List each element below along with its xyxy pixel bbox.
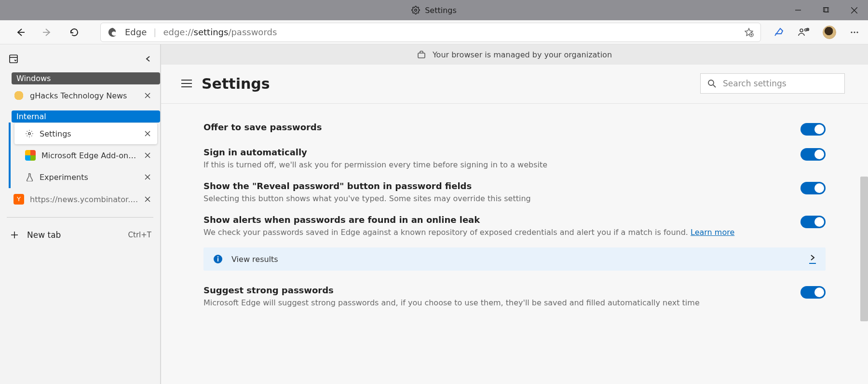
info-icon bbox=[213, 254, 223, 264]
managed-banner: Your browser is managed by your organiza… bbox=[161, 44, 868, 65]
svg-point-16 bbox=[851, 31, 852, 33]
chevron-right-icon bbox=[809, 254, 816, 264]
svg-point-17 bbox=[854, 31, 855, 33]
settings-page: Your browser is managed by your organiza… bbox=[161, 44, 868, 384]
tab-ycombinator[interactable]: Y https://news.ycombinator.com/lo bbox=[3, 189, 157, 210]
svg-point-38 bbox=[708, 80, 714, 85]
tab-settings[interactable]: Settings bbox=[14, 123, 157, 144]
briefcase-icon bbox=[417, 50, 426, 59]
tab-label: Microsoft Edge Add-ons - T… bbox=[41, 151, 139, 160]
svg-point-42 bbox=[217, 256, 219, 258]
tab-group-internal[interactable]: Internal bbox=[12, 110, 160, 123]
close-icon[interactable] bbox=[145, 196, 150, 202]
new-tab-label: New tab bbox=[27, 230, 61, 240]
people-icon[interactable] bbox=[798, 27, 809, 38]
view-results-card[interactable]: View results bbox=[203, 247, 826, 271]
learn-more-link[interactable]: Learn more bbox=[691, 228, 734, 237]
tab-ghacks[interactable]: gHacks Technology News bbox=[3, 85, 157, 106]
svg-rect-41 bbox=[217, 258, 218, 261]
divider bbox=[7, 217, 153, 218]
setting-suggest-strong: Suggest strong passwords Microsoft Edge … bbox=[203, 279, 826, 313]
setting-reveal-password: Show the "Reveal password" button in pas… bbox=[203, 175, 826, 209]
svg-point-11 bbox=[800, 29, 803, 32]
setting-signin-auto: Sign in automatically If this is turned … bbox=[203, 141, 826, 175]
forward-button[interactable] bbox=[36, 23, 59, 42]
settings-content: Offer to save passwords Sign in automati… bbox=[161, 104, 868, 384]
tab-label: gHacks Technology News bbox=[30, 91, 139, 100]
favorite-icon[interactable] bbox=[744, 27, 754, 37]
setting-label: Sign in automatically bbox=[203, 147, 800, 157]
close-icon[interactable] bbox=[145, 131, 150, 137]
gear-icon bbox=[411, 6, 420, 14]
setting-offer-save: Offer to save passwords bbox=[203, 116, 826, 141]
setting-description: Microsoft Edge will suggest strong passw… bbox=[203, 298, 800, 307]
tab-addons[interactable]: Microsoft Edge Add-ons - T… bbox=[14, 145, 157, 166]
microsoft-favicon bbox=[25, 150, 36, 161]
more-icon[interactable] bbox=[850, 27, 859, 37]
flask-icon bbox=[25, 173, 34, 181]
window-titlebar: Settings bbox=[0, 0, 868, 20]
collapse-pane-button[interactable] bbox=[145, 55, 151, 62]
close-icon[interactable] bbox=[145, 174, 150, 180]
toggle-suggest-strong[interactable] bbox=[800, 286, 826, 299]
address-url: edge://settings/passwords bbox=[163, 27, 277, 37]
setting-label: Offer to save passwords bbox=[203, 122, 800, 132]
new-tab-shortcut: Ctrl+T bbox=[128, 231, 151, 239]
svg-rect-19 bbox=[10, 55, 17, 63]
address-bar[interactable]: Edge | edge://settings/passwords bbox=[100, 23, 761, 42]
setting-label: Show alerts when passwords are found in … bbox=[203, 215, 800, 225]
svg-rect-3 bbox=[825, 8, 829, 12]
minimize-button[interactable] bbox=[784, 0, 812, 20]
page-title: Settings bbox=[202, 75, 270, 92]
svg-rect-34 bbox=[418, 53, 425, 58]
yc-favicon: Y bbox=[14, 194, 24, 205]
svg-point-0 bbox=[415, 9, 417, 12]
svg-point-23 bbox=[28, 133, 31, 135]
tab-label: Experiments bbox=[40, 173, 139, 182]
setting-label: Suggest strong passwords bbox=[203, 285, 800, 295]
setting-label: Show the "Reveal password" button in pas… bbox=[203, 181, 800, 191]
close-button[interactable] bbox=[840, 0, 868, 20]
view-results-label: View results bbox=[231, 255, 278, 264]
close-icon[interactable] bbox=[145, 93, 150, 98]
gear-icon bbox=[25, 129, 34, 138]
new-tab-button[interactable]: New tab Ctrl+T bbox=[0, 224, 160, 246]
toggle-offer-save[interactable] bbox=[800, 123, 826, 136]
toggle-reveal-password[interactable] bbox=[800, 182, 826, 194]
setting-description: If this is turned off, we'll ask you for… bbox=[203, 160, 800, 169]
close-icon[interactable] bbox=[145, 152, 150, 158]
back-button[interactable] bbox=[9, 23, 32, 42]
toggle-leak-alerts[interactable] bbox=[800, 216, 826, 228]
address-product: Edge bbox=[125, 27, 147, 37]
tab-label: Settings bbox=[40, 129, 139, 138]
setting-description: Selecting this button shows what you've … bbox=[203, 194, 800, 203]
setting-description: We check your passwords saved in Edge ag… bbox=[203, 228, 800, 237]
browser-toolbar: Edge | edge://settings/passwords bbox=[0, 20, 868, 44]
banner-text: Your browser is managed by your organiza… bbox=[433, 50, 612, 59]
profile-avatar[interactable] bbox=[823, 26, 836, 39]
search-settings-input[interactable]: Search settings bbox=[700, 73, 845, 94]
svg-point-18 bbox=[856, 31, 858, 33]
settings-header: Settings Search settings bbox=[161, 65, 868, 104]
ghacks-favicon bbox=[14, 90, 24, 101]
reload-button[interactable] bbox=[63, 23, 86, 42]
search-icon bbox=[707, 79, 716, 88]
scribble-icon[interactable] bbox=[773, 27, 784, 38]
tab-group-windows[interactable]: Windows bbox=[12, 72, 160, 84]
search-placeholder: Search settings bbox=[723, 79, 787, 88]
vertical-tabs-pane: Windows gHacks Technology News Internal … bbox=[0, 44, 161, 384]
svg-rect-2 bbox=[824, 8, 828, 12]
scrollbar[interactable] bbox=[860, 177, 868, 321]
toggle-signin-auto[interactable] bbox=[800, 148, 826, 161]
edge-logo-icon bbox=[108, 27, 118, 38]
menu-icon[interactable] bbox=[181, 79, 192, 88]
tab-label: https://news.ycombinator.com/lo bbox=[30, 195, 139, 204]
window-title: Settings bbox=[425, 6, 457, 15]
tab-experiments[interactable]: Experiments bbox=[14, 166, 157, 188]
tabs-panel-icon[interactable] bbox=[9, 54, 18, 64]
setting-leak-alerts: Show alerts when passwords are found in … bbox=[203, 209, 826, 243]
maximize-button[interactable] bbox=[812, 0, 840, 20]
svg-line-39 bbox=[713, 85, 716, 87]
